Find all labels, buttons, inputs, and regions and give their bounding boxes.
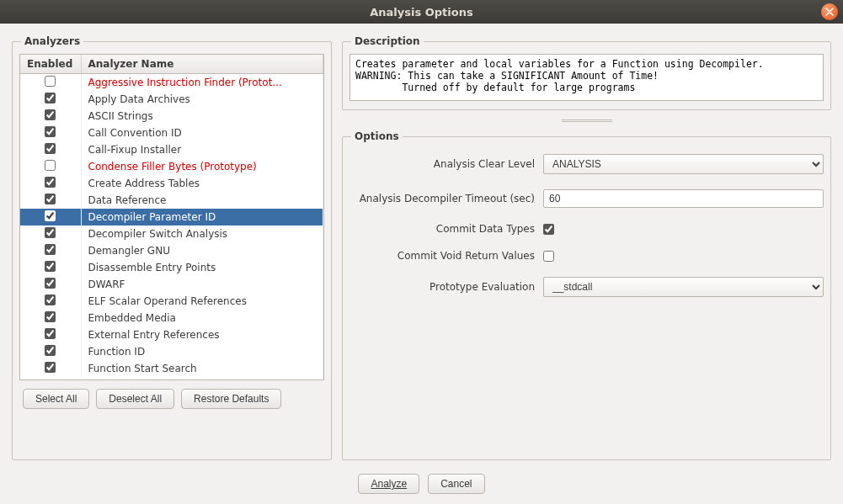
table-row[interactable]: Embedded Media (20, 310, 323, 326)
description-group: Description Creates parameter and local … (342, 35, 831, 110)
table-row[interactable]: Data Reference (20, 192, 323, 209)
splitter-handle[interactable] (342, 117, 831, 124)
opt-timeout-input[interactable] (543, 189, 824, 208)
analyzer-name-cell[interactable]: Call Convention ID (81, 125, 323, 141)
table-row[interactable]: ASCII Strings (20, 108, 323, 125)
table-row[interactable]: ELF Scalar Operand References (20, 293, 323, 310)
opt-proto-eval-label: Prototype Evaluation (349, 281, 543, 293)
description-legend: Description (351, 35, 424, 47)
analyzer-enabled-checkbox[interactable] (45, 109, 56, 120)
analyzer-enabled-checkbox[interactable] (45, 244, 56, 255)
restore-defaults-button[interactable]: Restore Defaults (181, 389, 281, 409)
analyzer-name-cell[interactable]: External Entry References (81, 326, 323, 343)
analyzer-enabled-cell[interactable] (20, 175, 81, 192)
table-row[interactable]: Disassemble Entry Points (20, 259, 323, 276)
analyzer-name-cell[interactable]: Demangler GNU (81, 242, 323, 259)
analyzer-name-cell[interactable]: Data Reference (81, 192, 323, 209)
analyzer-enabled-cell[interactable] (20, 276, 81, 293)
analyzer-name-cell[interactable]: Create Address Tables (81, 175, 323, 192)
analyzer-enabled-cell[interactable] (20, 310, 81, 326)
analyzer-name-cell[interactable]: Apply Data Archives (81, 91, 323, 108)
table-row[interactable]: External Entry References (20, 326, 323, 343)
description-text[interactable]: Creates parameter and local variables fo… (349, 54, 824, 101)
analyzer-name-cell[interactable]: Embedded Media (81, 310, 323, 326)
table-row[interactable]: DWARF (20, 276, 323, 293)
analyzer-enabled-cell[interactable] (20, 360, 81, 377)
analyzer-enabled-cell[interactable] (20, 108, 81, 125)
analyzers-legend: Analyzers (21, 35, 83, 47)
options-group: Options Analysis Clear Level ANALYSIS An… (342, 130, 831, 460)
analyzer-name-cell[interactable]: DWARF (81, 276, 323, 293)
analyzer-enabled-checkbox[interactable] (45, 278, 56, 289)
analyzer-enabled-cell[interactable] (20, 225, 81, 242)
options-legend: Options (351, 130, 403, 142)
analyzer-enabled-cell[interactable] (20, 158, 81, 175)
analyzer-enabled-checkbox[interactable] (45, 345, 56, 356)
analyzer-enabled-checkbox[interactable] (45, 362, 56, 373)
table-row[interactable]: Demangler GNU (20, 242, 323, 259)
analyzer-enabled-checkbox[interactable] (45, 160, 56, 171)
close-button[interactable] (821, 3, 838, 20)
analyzer-name-cell[interactable]: Call-Fixup Installer (81, 141, 323, 158)
analyzer-enabled-cell[interactable] (20, 242, 81, 259)
analyzer-enabled-cell[interactable] (20, 293, 81, 310)
analyzer-enabled-checkbox[interactable] (45, 93, 56, 103)
opt-clear-level-select[interactable]: ANALYSIS (543, 154, 824, 174)
analyzer-enabled-cell[interactable] (20, 326, 81, 343)
analyzer-name-cell[interactable]: Decompiler Parameter ID (81, 209, 323, 225)
col-enabled-header[interactable]: Enabled (20, 55, 81, 74)
window-title: Analysis Options (370, 6, 472, 19)
analyzer-enabled-checkbox[interactable] (45, 227, 56, 238)
analyzer-enabled-cell[interactable] (20, 125, 81, 141)
analyzer-enabled-cell[interactable] (20, 259, 81, 276)
opt-clear-level-label: Analysis Clear Level (349, 158, 543, 170)
table-row[interactable]: Call Convention ID (20, 125, 323, 141)
analyzer-enabled-checkbox[interactable] (45, 194, 56, 204)
analyzer-name-cell[interactable]: Condense Filler Bytes (Prototype) (81, 158, 323, 175)
analyzer-name-cell[interactable]: Decompiler Switch Analysis (81, 225, 323, 242)
analyze-button[interactable]: Analyze (358, 474, 419, 494)
opt-timeout-label: Analysis Decompiler Timeout (sec) (349, 193, 543, 204)
table-row[interactable]: Function Start Search (20, 360, 323, 377)
opt-commit-void-label: Commit Void Return Values (349, 250, 543, 262)
opt-commit-data-types-label: Commit Data Types (349, 223, 543, 235)
analyzer-enabled-cell[interactable] (20, 91, 81, 108)
table-row[interactable]: Aggressive Instruction Finder (Protot... (20, 74, 323, 91)
analyzer-enabled-cell[interactable] (20, 343, 81, 360)
analyzer-enabled-cell[interactable] (20, 74, 81, 91)
analyzer-name-cell[interactable]: ASCII Strings (81, 108, 323, 125)
table-row[interactable]: Function ID (20, 343, 323, 360)
analyzer-name-cell[interactable]: ELF Scalar Operand References (81, 293, 323, 310)
table-row[interactable]: Condense Filler Bytes (Prototype) (20, 158, 323, 175)
table-row[interactable]: Create Address Tables (20, 175, 323, 192)
table-row[interactable]: Apply Data Archives (20, 91, 323, 108)
opt-proto-eval-select[interactable]: __stdcall (543, 277, 824, 297)
analyzer-enabled-checkbox[interactable] (45, 177, 56, 188)
opt-commit-data-types-checkbox[interactable] (543, 224, 554, 235)
analyzer-enabled-checkbox[interactable] (45, 328, 56, 339)
select-all-button[interactable]: Select All (23, 389, 89, 409)
analyzer-enabled-cell[interactable] (20, 192, 81, 209)
table-row[interactable]: Call-Fixup Installer (20, 141, 323, 158)
analyzer-enabled-checkbox[interactable] (45, 143, 56, 154)
deselect-all-button[interactable]: Deselect All (96, 389, 174, 409)
analyzer-enabled-checkbox[interactable] (45, 261, 56, 272)
analyzer-name-cell[interactable]: Function ID (81, 343, 323, 360)
close-icon (825, 8, 834, 16)
analyzer-enabled-cell[interactable] (20, 141, 81, 158)
table-row[interactable]: Decompiler Switch Analysis (20, 225, 323, 242)
analyzers-table[interactable]: Enabled Analyzer Name Aggressive Instruc… (19, 54, 324, 380)
opt-commit-void-checkbox[interactable] (543, 251, 554, 262)
analyzer-enabled-checkbox[interactable] (45, 126, 56, 137)
table-row[interactable]: Decompiler Parameter ID (20, 209, 323, 225)
analyzer-name-cell[interactable]: Aggressive Instruction Finder (Protot... (81, 74, 323, 91)
analyzer-name-cell[interactable]: Disassemble Entry Points (81, 259, 323, 276)
analyzer-enabled-checkbox[interactable] (45, 311, 56, 322)
analyzer-enabled-cell[interactable] (20, 209, 81, 225)
analyzer-name-cell[interactable]: Function Start Search (81, 360, 323, 377)
analyzer-enabled-checkbox[interactable] (45, 210, 56, 221)
col-name-header[interactable]: Analyzer Name (81, 55, 323, 74)
cancel-button[interactable]: Cancel (428, 474, 484, 494)
analyzer-enabled-checkbox[interactable] (45, 76, 56, 87)
analyzer-enabled-checkbox[interactable] (45, 294, 56, 305)
